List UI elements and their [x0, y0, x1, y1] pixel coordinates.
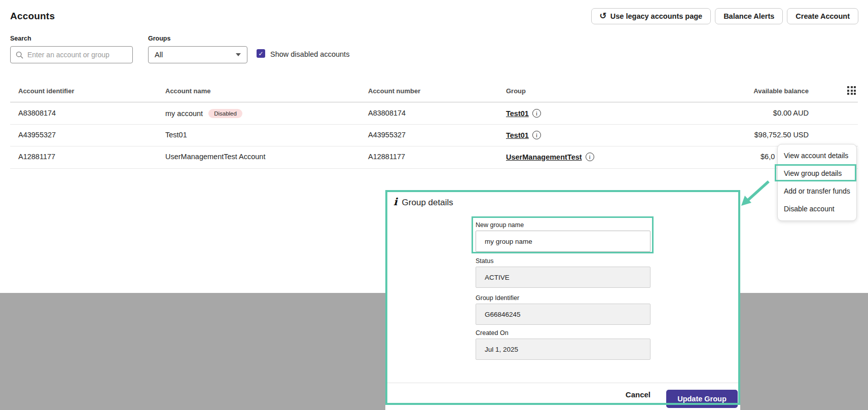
row-divider — [10, 146, 858, 146]
field-label: Created On — [476, 329, 650, 337]
row-divider — [10, 168, 858, 169]
created-on-value: Jul 1, 2025 — [476, 339, 650, 360]
col-available-balance: Available balance — [753, 87, 809, 95]
show-disabled-label: Show disabled accounts — [270, 50, 349, 58]
search-label: Search — [10, 35, 31, 42]
account-number-cell: A12881177 — [368, 153, 405, 161]
available-balance-cell: $0.00 AUD — [773, 109, 809, 117]
toolbar: ↺ Use legacy accounts page Balance Alert… — [591, 8, 858, 24]
table-row[interactable]: A83808174 my account Disabled A83808174 … — [0, 106, 868, 121]
info-icon: i — [393, 196, 397, 208]
column-settings-icon[interactable] — [847, 86, 856, 95]
account-identifier-cell: A12881177 — [18, 153, 55, 161]
update-group-button[interactable]: Update Group — [666, 390, 738, 408]
table-row[interactable]: A12881177 UserManagementTest Account A12… — [0, 150, 868, 165]
field-label: Status — [476, 257, 650, 265]
undo-icon: ↺ — [600, 12, 607, 20]
group-cell: Test01 i — [506, 131, 541, 139]
group-identifier-value: G66846245 — [476, 304, 650, 325]
field-new-group-name: New group name — [476, 221, 650, 252]
group-link[interactable]: UserManagementTest — [506, 153, 582, 161]
status-value: ACTIVE — [476, 267, 650, 288]
col-account-name: Account name — [165, 87, 211, 95]
group-link[interactable]: Test01 — [506, 131, 529, 139]
field-group-identifier: Group Identifier G66846245 — [476, 294, 650, 325]
group-info-icon[interactable]: i — [532, 131, 541, 139]
field-label: New group name — [476, 221, 650, 229]
search-input[interactable] — [27, 51, 127, 59]
modal-footer-divider — [385, 383, 740, 383]
page-title: Accounts — [10, 11, 55, 22]
menu-item-disable-account[interactable]: Disable account — [778, 200, 856, 218]
disabled-status-badge: Disabled — [208, 109, 242, 118]
group-cell: UserManagementTest i — [506, 153, 594, 161]
use-legacy-accounts-button[interactable]: ↺ Use legacy accounts page — [591, 8, 711, 24]
groups-selected-value: All — [155, 51, 163, 59]
group-cell: Test01 i — [506, 109, 541, 118]
check-icon: ✓ — [258, 50, 263, 57]
account-name-cell: Test01 — [165, 131, 187, 139]
show-disabled-checkbox[interactable]: ✓ — [257, 49, 265, 58]
available-balance-cell-truncated: $6,0 — [761, 153, 775, 161]
account-number-cell: A83808174 — [368, 109, 406, 117]
group-link[interactable]: Test01 — [506, 109, 529, 118]
modal-title: i Group details — [393, 196, 453, 208]
balance-alerts-button[interactable]: Balance Alerts — [715, 8, 783, 24]
chevron-down-icon — [236, 53, 241, 56]
menu-item-view-account-details[interactable]: View account details — [778, 147, 856, 165]
groups-select[interactable]: All — [148, 46, 247, 63]
account-identifier-cell: A83808174 — [18, 109, 56, 117]
menu-item-view-group-details[interactable]: View group details — [778, 165, 856, 182]
account-name-cell: my account Disabled — [165, 109, 242, 118]
group-info-icon[interactable]: i — [532, 109, 541, 118]
col-account-number: Account number — [368, 87, 420, 95]
search-icon — [16, 51, 23, 59]
field-status: Status ACTIVE — [476, 257, 650, 288]
row-divider — [10, 124, 858, 125]
use-legacy-accounts-label: Use legacy accounts page — [610, 12, 702, 20]
available-balance-cell: $98,752.50 USD — [754, 131, 809, 139]
table-header-divider — [10, 102, 858, 102]
group-info-icon[interactable]: i — [586, 153, 594, 161]
menu-item-add-or-transfer-funds[interactable]: Add or transfer funds — [778, 182, 856, 200]
account-name-cell: UserManagementTest Account — [165, 153, 265, 161]
groups-label: Groups — [148, 35, 170, 42]
account-number-cell: A43955327 — [368, 131, 406, 139]
account-identifier-cell: A43955327 — [18, 131, 56, 139]
search-box — [10, 46, 133, 63]
create-account-button[interactable]: Create Account — [787, 8, 858, 24]
field-label: Group Identifier — [476, 294, 650, 302]
new-group-name-input[interactable] — [476, 231, 650, 252]
col-group: Group — [506, 87, 526, 95]
col-account-identifier: Account identifier — [18, 87, 75, 95]
group-details-modal: i Group details New group name Status AC… — [385, 190, 740, 410]
row-actions-menu: View account details View group details … — [777, 144, 857, 221]
field-created-on: Created On Jul 1, 2025 — [476, 329, 650, 360]
cancel-button[interactable]: Cancel — [626, 390, 650, 399]
accounts-page: Accounts ↺ Use legacy accounts page Bala… — [0, 0, 868, 410]
table-row[interactable]: A43955327 Test01 A43955327 Test01 i $98,… — [0, 128, 868, 143]
